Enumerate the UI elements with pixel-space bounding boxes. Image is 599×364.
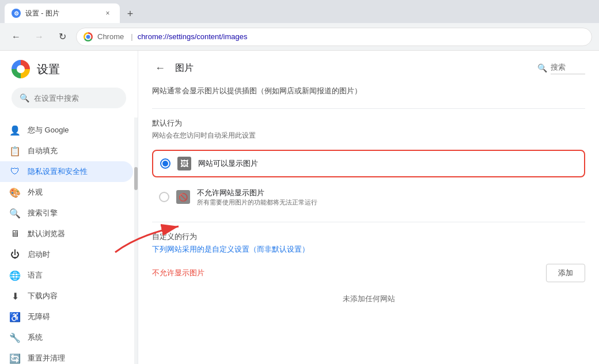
sidebar-label-default-browser: 默认浏览器 <box>28 229 124 239</box>
refresh-button[interactable]: ↻ <box>53 28 71 46</box>
radio-block[interactable]: 🚫 不允许网站显示图片 所有需要使用图片的功能都将无法正常运行 <box>152 182 585 213</box>
sidebar-icon-downloads: ⬇ <box>9 290 21 302</box>
default-behavior-title: 默认行为 <box>152 118 585 128</box>
divider-2 <box>152 222 585 222</box>
active-tab[interactable]: ⚙ 设置 - 图片 × <box>5 3 120 23</box>
radio-block-label: 不允许网站显示图片 <box>197 188 317 198</box>
sidebar-scrollbar <box>134 117 138 364</box>
radio-block-text: 不允许网站显示图片 所有需要使用图片的功能都将无法正常运行 <box>197 188 317 207</box>
sidebar-label-system: 系统 <box>28 332 124 343</box>
radio-block-circle <box>159 192 169 202</box>
custom-section-title: 自定义的行为 <box>152 232 585 242</box>
sidebar-scrollbar-thumb[interactable] <box>134 167 138 190</box>
sidebar-item-default-browser[interactable]: 🖥默认浏览器 <box>0 223 133 244</box>
sidebar-item-accessibility[interactable]: ♿无障碍 <box>0 306 133 327</box>
tab-favicon: ⚙ <box>12 9 21 18</box>
sidebar-item-appearance[interactable]: 🎨外观 <box>0 182 133 203</box>
sidebar-label-reset: 重置并清理 <box>28 353 124 363</box>
sidebar-label-you-google: 您与 Google <box>28 125 124 135</box>
tab-bar: ⚙ 设置 - 图片 × + <box>0 0 599 23</box>
content-search-label: 搜索 <box>551 62 585 74</box>
subsection-header: 不允许显示图片 添加 <box>152 264 585 282</box>
sidebar-icon-search: 🔍 <box>9 207 21 219</box>
content-search[interactable]: 🔍 搜索 <box>537 62 585 74</box>
sidebar-icon-language: 🌐 <box>9 270 21 281</box>
radio-block-icon: 🚫 <box>176 190 190 204</box>
sidebar-label-privacy: 隐私设置和安全性 <box>28 166 124 177</box>
sidebar: 设置 🔍 👤您与 Google📋自动填充🛡隐私设置和安全性🎨外观🔍搜索引擎🖥默认… <box>0 51 138 364</box>
content-back-button[interactable]: ← <box>152 60 168 76</box>
sidebar-icon-default-browser: 🖥 <box>9 228 21 240</box>
sidebar-item-you-google[interactable]: 👤您与 Google <box>0 120 133 141</box>
new-tab-button[interactable]: + <box>122 6 138 22</box>
sidebar-item-downloads[interactable]: ⬇下载内容 <box>0 286 133 306</box>
radio-allow[interactable]: 🖼 网站可以显示图片 <box>152 150 585 177</box>
radio-allow-circle <box>160 158 170 169</box>
radio-allow-label: 网站可以显示图片 <box>198 158 258 169</box>
sidebar-item-reset[interactable]: 🔄重置并清理 <box>0 348 133 364</box>
sidebar-label-startup: 启动时 <box>28 249 124 260</box>
sidebar-icon-autofill: 📋 <box>9 145 21 157</box>
sidebar-item-search[interactable]: 🔍搜索引擎 <box>0 203 133 223</box>
radio-allow-icon: 🖼 <box>177 157 191 170</box>
browser-frame: ⚙ 设置 - 图片 × + ← → ↻ Chrome | chrome://se… <box>0 0 599 364</box>
sidebar-item-language[interactable]: 🌐语言 <box>0 265 133 286</box>
sidebar-label-appearance: 外观 <box>28 187 124 198</box>
sidebar-scroll-wrap: 👤您与 Google📋自动填充🛡隐私设置和安全性🎨外观🔍搜索引擎🖥默认浏览器⏻启… <box>0 117 138 364</box>
sidebar-icon-privacy: 🛡 <box>9 166 21 177</box>
google-logo <box>12 60 30 78</box>
sidebar-label-language: 语言 <box>28 270 124 280</box>
sidebar-label-search: 搜索引擎 <box>28 208 124 218</box>
settings-header: 设置 <box>0 51 138 83</box>
settings-main-title: 设置 <box>37 62 60 77</box>
content-area: ← 图片 🔍 搜索 网站通常会显示图片以提供插图（例如网店或新闻报道的图片） 默… <box>138 51 599 364</box>
sidebar-icon-you-google: 👤 <box>9 124 21 136</box>
sidebar-nav: 👤您与 Google📋自动填充🛡隐私设置和安全性🎨外观🔍搜索引擎🖥默认浏览器⏻启… <box>0 117 138 364</box>
chrome-security-icon <box>84 32 93 41</box>
divider-1 <box>152 108 585 109</box>
custom-section-sub[interactable]: 下列网站采用的是自定义设置（而非默认设置） <box>152 244 585 255</box>
sidebar-icon-accessibility: ♿ <box>9 311 21 323</box>
no-display-title: 不允许显示图片 <box>152 268 204 278</box>
sidebar-label-accessibility: 无障碍 <box>28 312 124 322</box>
sidebar-search-bar[interactable]: 🔍 <box>12 88 126 108</box>
radio-block-sublabel: 所有需要使用图片的功能都将无法正常运行 <box>197 198 317 207</box>
add-button[interactable]: 添加 <box>546 264 585 282</box>
address-separator: | <box>131 32 132 41</box>
sidebar-label-downloads: 下载内容 <box>28 291 124 301</box>
tab-close-button[interactable]: × <box>103 8 113 18</box>
address-bar[interactable]: Chrome | chrome://settings/content/image… <box>76 28 592 46</box>
content-header-left: ← 图片 <box>152 60 194 76</box>
page-title: 图片 <box>175 62 194 74</box>
address-url: chrome://settings/content/images <box>138 32 248 41</box>
sidebar-item-system[interactable]: 🔧系统 <box>0 327 133 348</box>
tab-title: 设置 - 图片 <box>25 9 98 18</box>
content-header: ← 图片 🔍 搜索 <box>138 51 599 81</box>
sidebar-search-input[interactable] <box>34 94 131 103</box>
back-button[interactable]: ← <box>7 28 25 46</box>
address-chrome-label: Chrome <box>97 32 124 41</box>
nav-bar: ← → ↻ Chrome | chrome://settings/content… <box>0 23 599 51</box>
sidebar-item-privacy[interactable]: 🛡隐私设置和安全性 <box>0 161 133 182</box>
content-body: 网站通常会显示图片以提供插图（例如网店或新闻报道的图片） 默认行为 网站会在您访… <box>138 81 599 323</box>
default-behavior-subtitle: 网站会在您访问时自动采用此设置 <box>152 131 585 141</box>
sidebar-icon-system: 🔧 <box>9 332 21 343</box>
main-area: 设置 🔍 👤您与 Google📋自动填充🛡隐私设置和安全性🎨外观🔍搜索引擎🖥默认… <box>0 51 599 364</box>
sidebar-search-icon: 🔍 <box>20 93 29 103</box>
sidebar-item-autofill[interactable]: 📋自动填充 <box>0 141 133 161</box>
sidebar-label-autofill: 自动填充 <box>28 146 124 156</box>
description-text: 网站通常会显示图片以提供插图（例如网店或新闻报道的图片） <box>152 85 585 97</box>
sidebar-icon-reset: 🔄 <box>9 352 21 364</box>
content-search-icon: 🔍 <box>537 63 547 73</box>
sidebar-icon-startup: ⏻ <box>9 249 21 260</box>
empty-text: 未添加任何网站 <box>152 289 585 309</box>
sidebar-icon-appearance: 🎨 <box>9 187 21 198</box>
forward-button[interactable]: → <box>30 28 48 46</box>
sidebar-item-startup[interactable]: ⏻启动时 <box>0 244 133 265</box>
